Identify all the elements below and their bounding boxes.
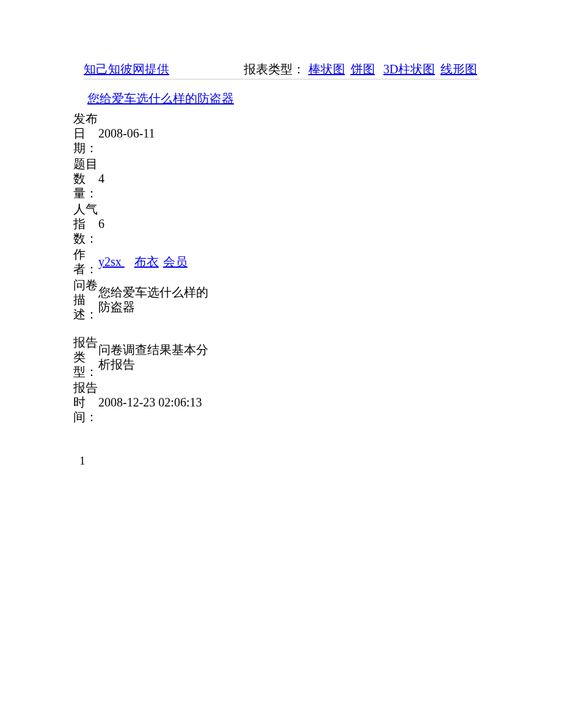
row-publish-date: 发布日期： 2008-06-11: [73, 111, 220, 156]
row-report-time: 报告时间： 2008-12-23 02:06:13: [73, 380, 220, 425]
row-author: 作者： y2sx 布衣 会员: [73, 246, 220, 277]
content: 您给爱车选什么样的防盗器 发布日期： 2008-06-11 题目数量： 4 人气…: [73, 90, 562, 468]
label-desc: 问卷描述：: [73, 277, 98, 322]
top-bar: 知己知彼网提供 报表类型： 棒状图 饼图 3D柱状图 线形图: [84, 61, 480, 79]
row-report-type: 报告类型： 问卷调查结果基本分析报告: [73, 334, 220, 380]
page-number: 1: [79, 454, 562, 468]
value-desc: 您给爱车选什么样的防盗器: [98, 277, 220, 322]
report-type-label: 报表类型：: [244, 61, 305, 78]
value-q-count: 4: [98, 156, 220, 201]
row-q-count: 题目数量： 4: [73, 156, 220, 201]
label-report-type: 报告类型：: [73, 334, 98, 380]
label-report-time: 报告时间：: [73, 380, 98, 425]
label-publish-date: 发布日期：: [73, 111, 98, 156]
survey-title-link[interactable]: 您给爱车选什么样的防盗器: [87, 92, 234, 105]
value-author: y2sx 布衣 会员: [98, 246, 220, 277]
row-popularity: 人气指数： 6: [73, 201, 220, 246]
label-author: 作者：: [73, 246, 98, 277]
label-popularity: 人气指数：: [73, 201, 98, 246]
spacer: [73, 322, 220, 334]
value-report-time: 2008-12-23 02:06:13: [98, 380, 220, 425]
meta-table: 发布日期： 2008-06-11 题目数量： 4 人气指数： 6 作者： y2s…: [73, 111, 220, 425]
author-user-link[interactable]: y2sx: [98, 255, 125, 268]
value-report-type: 问卷调查结果基本分析报告: [98, 334, 220, 380]
author-level1-link[interactable]: 布衣: [134, 255, 159, 268]
link-pie[interactable]: 饼图: [351, 62, 375, 76]
report-links: 棒状图 饼图 3D柱状图 线形图: [308, 61, 480, 78]
title-block: 您给爱车选什么样的防盗器: [84, 90, 237, 107]
link-line[interactable]: 线形图: [440, 62, 477, 76]
row-desc: 问卷描述： 您给爱车选什么样的防盗器: [73, 277, 220, 322]
value-publish-date: 2008-06-11: [98, 111, 220, 156]
label-q-count: 题目数量：: [73, 156, 98, 201]
link-bar[interactable]: 棒状图: [308, 62, 345, 76]
provider-link[interactable]: 知己知彼网提供: [84, 61, 169, 78]
value-popularity: 6: [98, 201, 220, 246]
link-bar3d[interactable]: 3D柱状图: [384, 62, 435, 76]
author-level2-link[interactable]: 会员: [163, 255, 188, 268]
